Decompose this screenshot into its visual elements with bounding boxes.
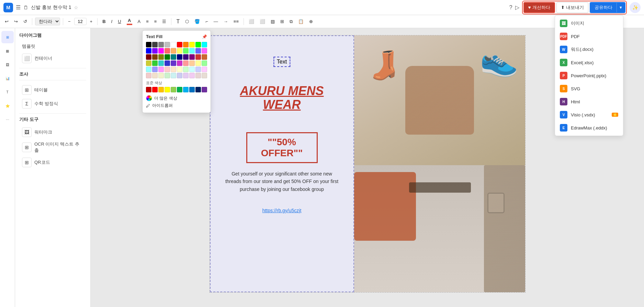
color-cell[interactable] xyxy=(183,67,189,72)
color-cell[interactable] xyxy=(171,73,176,78)
color-cell[interactable] xyxy=(152,73,158,78)
export-item-excel[interactable]: X Excel(.xlsx) xyxy=(555,56,623,69)
color-cell[interactable] xyxy=(146,60,151,66)
color-cell[interactable] xyxy=(183,54,189,60)
export-item-image[interactable]: 🖼 이미지 xyxy=(555,17,623,30)
redo-button[interactable]: ↪ xyxy=(12,18,20,25)
color-cell[interactable] xyxy=(177,48,182,54)
canvas-desc[interactable]: Get yourself or your significant other s… xyxy=(224,170,340,193)
font-size-decrease[interactable]: − xyxy=(66,18,73,25)
color-cell[interactable] xyxy=(171,42,176,47)
sidebar-item-photo[interactable]: 🖼 xyxy=(1,58,14,71)
connector-button[interactable]: ⌐ xyxy=(203,18,210,25)
sidebar-item-icon[interactable]: ⭐ xyxy=(1,100,14,112)
font-select[interactable]: 한다라 xyxy=(35,18,60,25)
fill-button[interactable]: 🪣 xyxy=(192,18,202,25)
color-cell[interactable] xyxy=(195,54,201,60)
sidebar-item-diagram[interactable]: ⊞ xyxy=(1,31,14,43)
sidebar-item-more[interactable]: ⋯ xyxy=(1,113,14,126)
color-cell[interactable] xyxy=(158,60,164,66)
panel-item-container[interactable]: ⬜ 컨테이너 xyxy=(19,52,86,65)
color-cell[interactable] xyxy=(189,48,195,54)
italic-button[interactable]: I xyxy=(109,18,115,25)
font-size-increase[interactable]: + xyxy=(88,18,95,25)
color-cell[interactable] xyxy=(171,60,176,66)
color-cell[interactable] xyxy=(195,60,201,66)
color-cell[interactable] xyxy=(202,67,207,72)
standard-color-cell[interactable] xyxy=(158,87,164,92)
color-cell[interactable] xyxy=(165,48,170,54)
color-cell[interactable] xyxy=(146,48,151,54)
panel-item-template[interactable]: 템플릿 xyxy=(19,41,86,52)
panel-item-watermark[interactable]: 🖼 워터마크 xyxy=(19,125,86,139)
color-cell[interactable] xyxy=(183,73,189,78)
line-style-button[interactable]: ≡≡ xyxy=(231,18,241,25)
export-item-pdf[interactable]: PDF PDF xyxy=(555,30,623,43)
color-cell[interactable] xyxy=(189,67,195,72)
export-item-edraw[interactable]: E EdrawMax (.eddx) xyxy=(555,121,623,134)
color-cell[interactable] xyxy=(195,42,201,47)
share-button[interactable]: 공유하다 xyxy=(590,3,617,12)
color-cell[interactable] xyxy=(152,48,158,54)
color-cell[interactable] xyxy=(189,54,195,60)
canvas-link[interactable]: https://rb.gy/u5czjt xyxy=(262,208,302,213)
color-cell[interactable] xyxy=(171,54,176,60)
color-cell[interactable] xyxy=(158,48,164,54)
copy-button[interactable]: ⧉ xyxy=(287,18,295,25)
color-cell[interactable] xyxy=(202,60,207,66)
canvas-title[interactable]: AKURU MENS WEAR xyxy=(224,84,340,111)
cp-pin-icon[interactable]: 📌 xyxy=(202,34,207,39)
shape-button[interactable]: ⬡ xyxy=(183,18,191,25)
color-cell[interactable] xyxy=(165,60,170,66)
standard-color-cell[interactable] xyxy=(189,87,195,92)
color-cell[interactable] xyxy=(165,73,170,78)
color-cell[interactable] xyxy=(146,42,151,47)
arrange-button[interactable]: ⊞ xyxy=(278,18,286,25)
align-button[interactable]: ≡ xyxy=(144,18,151,25)
menu-icon[interactable]: ☰ xyxy=(16,4,21,11)
color-cell[interactable] xyxy=(183,42,189,47)
canvas-offer-box[interactable]: ""50% OFFER"" xyxy=(246,132,318,163)
color-cell[interactable] xyxy=(171,67,176,72)
export-item-ppt[interactable]: P PowerPoint(.pptx) xyxy=(555,69,623,82)
color-cell[interactable] xyxy=(202,54,207,60)
color-cell[interactable] xyxy=(177,73,182,78)
color-cell[interactable] xyxy=(146,67,151,72)
color-cell[interactable] xyxy=(183,48,189,54)
color-cell[interactable] xyxy=(195,48,201,54)
frame2-button[interactable]: ⬜ xyxy=(258,18,267,25)
color-cell[interactable] xyxy=(189,42,195,47)
align-center-button[interactable]: ≡ xyxy=(152,18,159,25)
standard-color-cell[interactable] xyxy=(202,87,207,92)
color-cell[interactable] xyxy=(158,73,164,78)
undo-button[interactable]: ↩ xyxy=(3,18,11,25)
bold-button[interactable]: B xyxy=(100,18,108,25)
underline-button[interactable]: U xyxy=(116,18,123,25)
color-cell[interactable] xyxy=(195,67,201,72)
panel-item-qrcode[interactable]: ⊞ QR코드 xyxy=(19,156,86,169)
standard-color-cell[interactable] xyxy=(183,87,189,92)
color-cell[interactable] xyxy=(189,60,195,66)
line-button[interactable]: — xyxy=(212,18,220,25)
color-cell[interactable] xyxy=(152,54,158,60)
font-color-button[interactable]: A xyxy=(125,17,134,26)
color-cell[interactable] xyxy=(189,73,195,78)
color-cell[interactable] xyxy=(152,60,158,66)
help-icon[interactable]: ? xyxy=(509,4,512,11)
sidebar-item-template[interactable]: ▦ xyxy=(1,45,14,57)
standard-color-cell[interactable] xyxy=(165,87,170,92)
export-button[interactable]: ⬆ 내보내기 xyxy=(556,2,588,13)
text-button[interactable]: T xyxy=(174,18,182,26)
color-cell[interactable] xyxy=(146,54,151,60)
color-cell[interactable] xyxy=(177,60,182,66)
color-cell[interactable] xyxy=(158,67,164,72)
frame-button[interactable]: ⬜ xyxy=(247,18,256,25)
list-button[interactable]: ☰ xyxy=(160,18,168,25)
panel-item-table[interactable]: ⊞ 테이블 xyxy=(19,83,86,97)
text-element-box[interactable]: Text xyxy=(273,57,290,67)
sidebar-item-chart[interactable]: 📊 xyxy=(1,72,14,84)
font-size-input[interactable] xyxy=(74,18,87,25)
eyedropper-button[interactable]: 🖊 아이드롭퍼 xyxy=(146,102,207,109)
favorite-icon[interactable]: ☆ xyxy=(74,5,78,10)
color-cell[interactable] xyxy=(202,42,207,47)
